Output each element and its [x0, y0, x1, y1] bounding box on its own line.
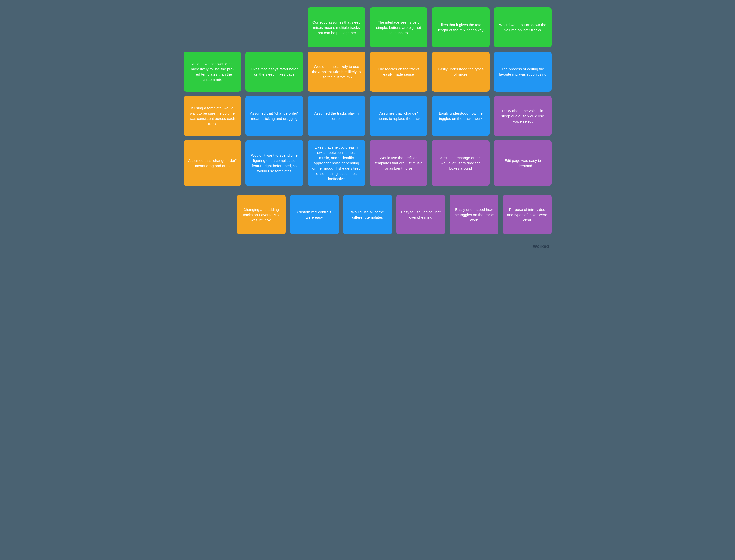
card-r2c4: The toggles on the tracks easily made se…: [370, 52, 428, 92]
card-r5c1: [184, 195, 232, 234]
card-r4c4: Would use the prefilled templates that a…: [370, 140, 428, 186]
card-r5c5: Easy to use, logical, not overwhelming: [396, 195, 445, 234]
card-r1c2: [245, 7, 303, 47]
card-r4c1: Assumed that "change order" meant drag a…: [184, 140, 241, 186]
card-r3c5: Easily understood how the toggles on the…: [432, 96, 490, 136]
card-r4c3: Likes that she could easily switch betwe…: [308, 140, 365, 186]
card-r3c3: Assumed the tracks play in order: [308, 96, 365, 136]
card-r4c6: Edit page was easy to understand: [494, 140, 552, 186]
card-r2c5: Easily understood the types of mixes: [432, 52, 490, 92]
card-r2c2: Likes that it says "start here" on the s…: [245, 52, 303, 92]
card-r3c4: Assumes that "change" means to replace t…: [370, 96, 428, 136]
card-r3c2: Assumed that "change order" meant clicki…: [245, 96, 303, 136]
card-r5c3: Custom mix controls were easy: [290, 195, 339, 234]
card-r2c3: Would be most likely to use the Ambient …: [308, 52, 365, 92]
card-r1c1: [184, 7, 241, 47]
card-r2c6: The process of editing the favorite mix …: [494, 52, 552, 92]
card-r5c4: Would use all of the different templates: [343, 195, 392, 234]
card-r2c1: As a new user, would be more likely to u…: [184, 52, 241, 92]
card-r1c4: The interface seems very simple, buttons…: [370, 7, 428, 47]
card-r4c5: Assumes "change order" would let users d…: [432, 140, 490, 186]
card-r1c6: Would want to turn down the volume on la…: [494, 7, 552, 47]
card-r5c7: Purpose of intro video and types of mixe…: [503, 195, 552, 234]
card-grid: Correctly assumes that sleep mixes means…: [184, 7, 552, 190]
card-r1c5: Likes that it gives the total length of …: [432, 7, 490, 47]
card-r1c3: Correctly assumes that sleep mixes means…: [308, 7, 365, 47]
card-r4c2: Wouldn't want to spend time figuring out…: [245, 140, 303, 186]
card-r3c6: Picky about the voices in sleep audio, s…: [494, 96, 552, 136]
card-r5c6: Easily understood how the toggles on the…: [450, 195, 498, 234]
watermark-label: Worked: [184, 244, 552, 249]
card-r3c1: If using a template, would want to be su…: [184, 96, 241, 136]
card-r5c2: Changing and adding tracks on Favorite M…: [237, 195, 286, 234]
